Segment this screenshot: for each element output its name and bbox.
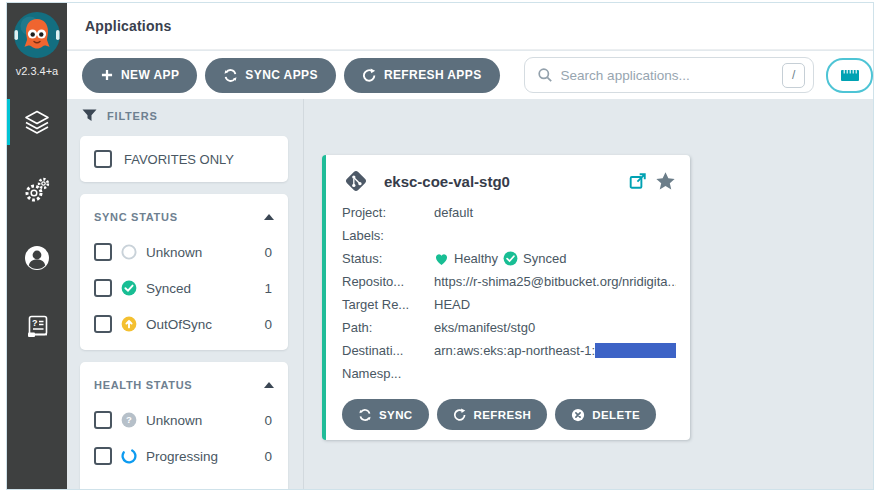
filter-item-progressing[interactable]: Progressing 0 — [94, 438, 274, 474]
filter-item-synced[interactable]: Synced 1 — [94, 270, 274, 306]
count: 0 — [264, 413, 274, 428]
checkbox[interactable] — [94, 315, 112, 333]
divider — [303, 99, 304, 489]
search-box: / — [524, 57, 815, 93]
filter-item-outofsync[interactable]: OutOfSync 0 — [94, 306, 274, 342]
filters-header: FILTERS — [80, 109, 288, 122]
health-status-text: Healthy — [454, 251, 498, 266]
card-row-project: Project: default — [342, 205, 676, 228]
filter-funnel-icon — [82, 109, 97, 122]
synced-check-icon — [121, 280, 137, 296]
checkbox[interactable] — [94, 243, 112, 261]
sidebar: v2.3.4+a — [7, 3, 67, 489]
card-row-labels: Labels: — [342, 228, 676, 251]
slash-shortcut-badge: / — [782, 63, 805, 88]
application-card[interactable]: eksc-coe-val-stg0 Project: — [322, 155, 690, 440]
sidebar-item-documentation[interactable]: ? — [7, 303, 67, 349]
healthy-heart-icon — [434, 252, 449, 266]
card-row-path: Path: eks/manifest/stg0 — [342, 320, 676, 343]
gear-icon — [23, 176, 51, 204]
layers-icon — [23, 108, 51, 136]
filters-title: FILTERS — [107, 110, 158, 122]
sync-button[interactable]: SYNC — [342, 399, 429, 430]
filter-item-health-unknown[interactable]: ? Unknown 0 — [94, 402, 274, 438]
sidebar-nav: ? — [7, 99, 67, 371]
new-app-button[interactable]: NEW APP — [82, 58, 197, 93]
svg-text:?: ? — [126, 414, 132, 425]
delete-button[interactable]: DELETE — [555, 399, 656, 430]
card-row-target-revision: Target Re... HEAD — [342, 297, 676, 320]
git-app-icon — [342, 167, 370, 195]
content-area: FILTERS FAVORITES ONLY SYNC STATUS — [67, 99, 873, 489]
active-indicator — [7, 99, 10, 145]
page-title: Applications — [85, 18, 171, 34]
outofsync-arrow-icon — [121, 316, 137, 332]
filter-item-sync-unknown[interactable]: Unknown 0 — [94, 234, 274, 270]
refresh-icon — [362, 68, 377, 83]
refresh-apps-button[interactable]: REFRESH APPS — [344, 58, 500, 93]
checkbox[interactable] — [94, 411, 112, 429]
card-row-status: Status: Healthy Synced — [342, 251, 676, 274]
unknown-circle-icon — [121, 244, 137, 260]
count: 0 — [264, 317, 274, 332]
refresh-button[interactable]: REFRESH — [437, 399, 548, 430]
health-status-filter-section: HEALTH STATUS ? Unknown 0 — [80, 362, 288, 489]
argo-octopus-logo — [13, 11, 61, 59]
app-frame: v2.3.4+a — [6, 2, 874, 490]
sync-status-filter-section: SYNC STATUS Unknown 0 — [80, 194, 288, 350]
application-name: eksc-coe-val-stg0 — [384, 173, 629, 190]
count: 1 — [264, 281, 274, 296]
main-area: Applications NEW APP — [67, 3, 873, 489]
collapse-icon[interactable] — [264, 214, 274, 220]
checkbox[interactable] — [94, 447, 112, 465]
checkbox[interactable] — [94, 279, 112, 297]
card-row-destination: Destinati... arn:aws:eks:ap-northeast-1:… — [342, 343, 676, 366]
sync-icon — [358, 408, 372, 422]
sync-icon — [223, 68, 238, 83]
sidebar-item-user[interactable] — [7, 235, 67, 281]
synced-check-icon — [503, 251, 518, 266]
favorites-only-checkbox[interactable] — [94, 150, 112, 168]
toolbar: NEW APP SYNC APPS — [67, 51, 873, 99]
plus-icon — [100, 68, 114, 82]
search-icon — [537, 67, 553, 83]
argocd-screen: v2.3.4+a — [0, 0, 884, 504]
filters-panel: FILTERS FAVORITES ONLY SYNC STATUS — [80, 109, 288, 489]
bottom-margin — [0, 491, 884, 504]
question-circle-icon: ? — [121, 412, 137, 428]
external-link-icon[interactable] — [629, 172, 647, 190]
search-input[interactable] — [561, 68, 783, 83]
application-card-header: eksc-coe-val-stg0 — [342, 167, 676, 195]
delete-x-circle-icon — [571, 408, 585, 422]
sync-status-header[interactable]: SYNC STATUS — [94, 200, 274, 234]
count: 0 — [264, 245, 274, 260]
refresh-icon — [453, 408, 467, 422]
redacted-account-id — [595, 343, 676, 358]
favorite-star-icon[interactable] — [655, 171, 676, 192]
favorites-only-filter[interactable]: FAVORITES ONLY — [80, 136, 288, 182]
card-row-namespace: Namesp... — [342, 366, 676, 389]
user-icon — [23, 244, 51, 272]
card-actions: SYNC REFRESH — [342, 399, 676, 430]
sidebar-item-applications[interactable] — [7, 99, 67, 145]
help-book-icon: ? — [24, 313, 51, 340]
topbar: Applications — [67, 3, 873, 50]
sidebar-item-settings[interactable] — [7, 167, 67, 213]
collapse-icon[interactable] — [264, 382, 274, 388]
version-label: v2.3.4+a — [9, 65, 65, 77]
ruler-icon — [841, 70, 859, 81]
card-row-repository: Reposito... https://r-shima25@bitbucket.… — [342, 274, 676, 297]
progressing-spinner-icon — [121, 448, 137, 464]
health-status-header[interactable]: HEALTH STATUS — [94, 368, 274, 402]
list-view-toggle-button[interactable] — [826, 58, 873, 93]
count: 0 — [264, 449, 274, 464]
sync-apps-button[interactable]: SYNC APPS — [205, 58, 336, 93]
sync-status-text: Synced — [523, 251, 566, 266]
favorites-only-label: FAVORITES ONLY — [124, 152, 234, 167]
svg-text:?: ? — [32, 318, 38, 328]
